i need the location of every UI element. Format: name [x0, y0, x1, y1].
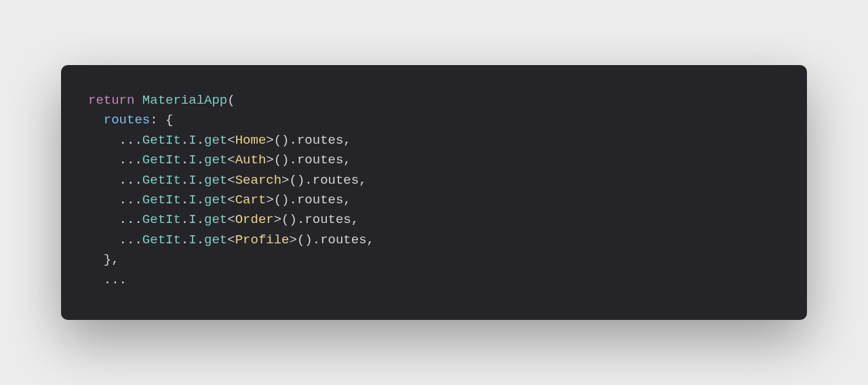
- type-search: Search: [235, 173, 281, 188]
- code-line: ...GetIt.I.get<Search>().routes,: [88, 171, 780, 190]
- code-line: ...GetIt.I.get<Profile>().routes,: [88, 230, 780, 250]
- type-profile: Profile: [235, 232, 290, 247]
- class-name: MaterialApp: [142, 93, 227, 108]
- class-getit: GetIt: [142, 133, 181, 148]
- keyword-return: return: [88, 93, 134, 108]
- class-getit: GetIt: [142, 212, 181, 227]
- type-order: Order: [235, 212, 274, 227]
- code-line: ...: [88, 270, 780, 290]
- class-getit: GetIt: [142, 153, 181, 167]
- code-line: return MaterialApp(: [88, 91, 780, 110]
- code-line: ...GetIt.I.get<Auth>().routes,: [88, 150, 780, 170]
- class-getit: GetIt: [142, 173, 181, 188]
- code-block: return MaterialApp( routes: { ...GetIt.I…: [61, 65, 807, 320]
- code-line: ...GetIt.I.get<Home>().routes,: [88, 131, 780, 150]
- code-line: ...GetIt.I.get<Order>().routes,: [88, 210, 780, 230]
- code-line: ...GetIt.I.get<Cart>().routes,: [88, 190, 780, 210]
- class-getit: GetIt: [142, 232, 181, 247]
- class-getit: GetIt: [142, 192, 181, 207]
- type-home: Home: [235, 133, 267, 148]
- param-routes: routes: [104, 113, 150, 127]
- code-line: },: [88, 250, 780, 270]
- type-cart: Cart: [235, 192, 267, 207]
- type-auth: Auth: [235, 153, 267, 167]
- code-line: routes: {: [88, 110, 780, 130]
